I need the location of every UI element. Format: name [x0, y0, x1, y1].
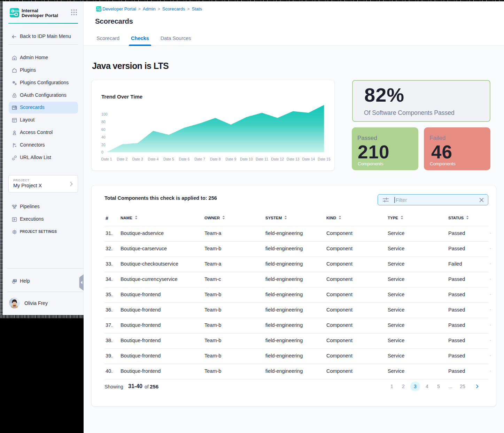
svg-text:Date 2: Date 2 — [117, 157, 127, 161]
svg-text:100: 100 — [101, 112, 108, 116]
svg-text:Date 6: Date 6 — [179, 157, 190, 161]
svg-text:Date 4: Date 4 — [148, 157, 158, 161]
svg-text:Date 13: Date 13 — [287, 157, 300, 161]
svg-text:40: 40 — [101, 135, 106, 139]
svg-text:Date 9: Date 9 — [225, 157, 236, 161]
svg-text:Date 7: Date 7 — [194, 157, 205, 161]
svg-text:60: 60 — [101, 127, 106, 132]
svg-text:Date 5: Date 5 — [163, 157, 174, 161]
svg-text:Date 12: Date 12 — [271, 157, 284, 161]
svg-text:Date 3: Date 3 — [132, 157, 143, 161]
svg-text:Date 11: Date 11 — [256, 157, 268, 161]
svg-text:80: 80 — [101, 120, 106, 124]
svg-text:0: 0 — [101, 150, 103, 154]
svg-text:Date 15: Date 15 — [318, 157, 331, 161]
svg-text:Date 10: Date 10 — [240, 157, 253, 161]
svg-text:Date 1: Date 1 — [101, 157, 112, 161]
svg-text:Date 8: Date 8 — [210, 157, 221, 161]
svg-text:Date 14: Date 14 — [302, 157, 315, 161]
svg-text:20: 20 — [101, 143, 106, 147]
